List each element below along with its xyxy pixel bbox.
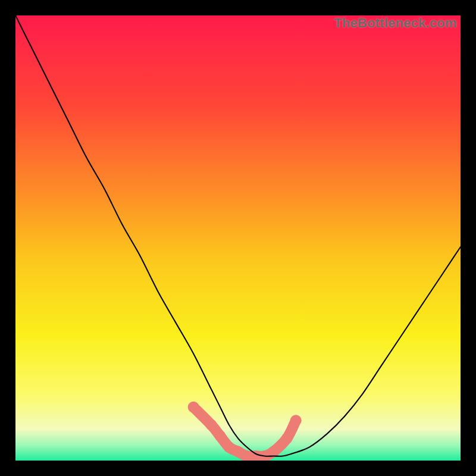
marker-dot (215, 430, 226, 441)
marker-dot (206, 419, 217, 431)
marker-dot (281, 433, 293, 444)
plot-area: TheBottleneck.com (15, 15, 461, 461)
watermark-text: TheBottleneck.com (334, 15, 457, 31)
marker-dot (290, 415, 302, 426)
chart-svg (15, 15, 461, 461)
gradient-background (15, 15, 461, 461)
chart-frame: TheBottleneck.com (0, 0, 476, 476)
marker-dot (188, 402, 199, 413)
